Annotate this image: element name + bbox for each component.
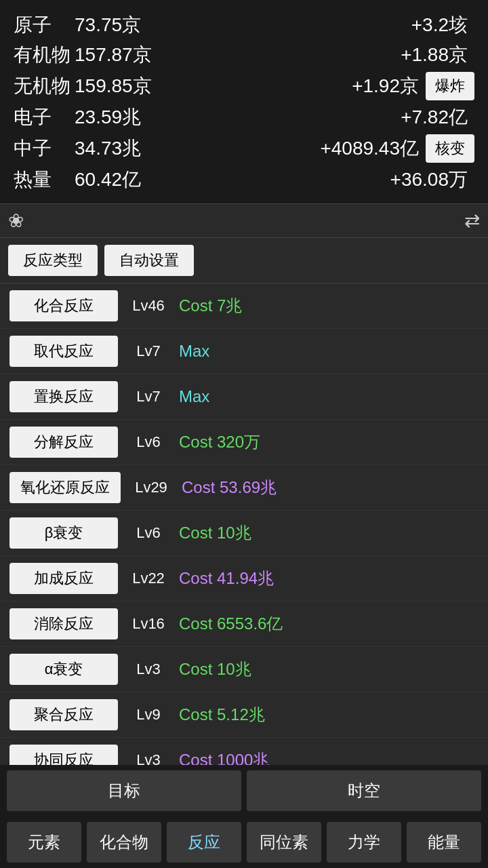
tab-row: 反应类型 自动设置 — [0, 238, 488, 283]
reaction-cost: Cost 320万 — [179, 431, 479, 453]
reaction-row: 置换反应Lv7Max — [0, 374, 488, 420]
bottom-nav-button[interactable]: 化合物 — [87, 822, 161, 863]
reaction-cost: Cost 10兆 — [179, 658, 479, 680]
stats-row: 无机物159.85京+1.92京爆炸 — [14, 72, 474, 100]
flower-icon: ❀ — [8, 210, 24, 232]
bottom-nav: 目标时空 元素化合物反应同位素力学能量 — [0, 765, 488, 868]
reaction-level: Lv7 — [125, 342, 172, 360]
reaction-row: 聚合反应Lv9Cost 5.12兆 — [0, 692, 488, 738]
stats-label: 原子 — [14, 12, 75, 38]
reaction-row: 化合反应Lv46Cost 7兆 — [0, 283, 488, 329]
stats-label: 热量 — [14, 167, 75, 193]
bottom-nav-button[interactable]: 时空 — [247, 770, 481, 811]
reaction-row: 加成反应Lv22Cost 41.94兆 — [0, 556, 488, 601]
reaction-level: Lv6 — [125, 524, 172, 542]
reaction-cost: Max — [179, 342, 479, 361]
reaction-button[interactable]: 聚合反应 — [9, 699, 118, 730]
stats-label: 中子 — [14, 136, 75, 161]
reaction-button[interactable]: 置换反应 — [9, 381, 118, 412]
reaction-row: β衰变Lv6Cost 10兆 — [0, 511, 488, 556]
bottom-nav-button[interactable]: 目标 — [7, 770, 241, 811]
stats-row: 电子23.59兆+7.82亿 — [14, 104, 474, 130]
reaction-button[interactable]: 加成反应 — [9, 563, 118, 594]
reaction-row: 取代反应Lv7Max — [0, 329, 488, 374]
bottom-nav-button[interactable]: 反应 — [167, 822, 241, 863]
stats-delta: +7.82亿 — [210, 104, 474, 130]
reaction-level: Lv7 — [125, 388, 172, 406]
tab-reaction-type[interactable]: 反应类型 — [8, 245, 98, 276]
stats-row: 热量60.42亿+36.08万 — [14, 167, 474, 193]
reaction-cost: Cost 10兆 — [179, 522, 479, 544]
stats-delta: +1.92京 — [210, 73, 426, 99]
bottom-row-1: 目标时空 — [0, 765, 488, 816]
reaction-button[interactable]: 氧化还原反应 — [9, 472, 121, 503]
stats-value: 73.75京 — [75, 12, 210, 38]
bottom-nav-button[interactable]: 元素 — [7, 822, 81, 863]
reaction-level: Lv22 — [125, 570, 172, 587]
stats-row: 中子34.73兆+4089.43亿核变 — [14, 134, 474, 163]
stats-value: 157.87京 — [75, 42, 210, 68]
reaction-level: Lv46 — [125, 297, 172, 315]
shuffle-icon[interactable]: ⇄ — [464, 210, 480, 232]
bottom-row-2: 元素化合物反应同位素力学能量 — [0, 816, 488, 868]
reaction-button[interactable]: 消除反应 — [9, 608, 118, 639]
reaction-row: 消除反应Lv16Cost 6553.6亿 — [0, 601, 488, 647]
reaction-cost: Cost 53.69兆 — [182, 477, 479, 498]
reaction-level: Lv16 — [125, 615, 172, 633]
reaction-cost: Cost 41.94兆 — [179, 568, 479, 589]
reaction-button[interactable]: 分解反应 — [9, 427, 118, 458]
reaction-level: Lv6 — [125, 433, 172, 451]
stats-delta: +1.88京 — [210, 42, 474, 68]
reaction-button[interactable]: α衰变 — [9, 654, 118, 685]
stats-label: 有机物 — [14, 42, 75, 68]
reaction-button[interactable]: β衰变 — [9, 517, 118, 549]
bottom-nav-button[interactable]: 同位素 — [247, 822, 321, 863]
stats-section: 原子73.75京+3.2垓有机物157.87京+1.88京无机物159.85京+… — [0, 0, 488, 203]
reaction-list: 化合反应Lv46Cost 7兆取代反应Lv7Max置换反应Lv7Max分解反应L… — [0, 283, 488, 783]
reaction-row: 分解反应Lv6Cost 320万 — [0, 420, 488, 465]
reaction-cost: Cost 6553.6亿 — [179, 613, 479, 635]
reaction-button[interactable]: 化合反应 — [9, 290, 118, 321]
stats-delta: +3.2垓 — [210, 12, 474, 38]
reaction-cost: Max — [179, 387, 479, 406]
reaction-level: Lv9 — [125, 706, 172, 724]
reaction-row: α衰变Lv3Cost 10兆 — [0, 647, 488, 692]
stats-label: 电子 — [14, 104, 75, 130]
stats-row: 原子73.75京+3.2垓 — [14, 12, 474, 38]
stats-label: 无机物 — [14, 73, 75, 99]
stats-action-button[interactable]: 核变 — [426, 134, 474, 163]
reaction-row: 氧化还原反应Lv29Cost 53.69兆 — [0, 465, 488, 511]
stats-value: 159.85京 — [75, 73, 210, 99]
reaction-level: Lv29 — [127, 479, 175, 496]
reaction-level: Lv3 — [125, 660, 172, 678]
bottom-nav-button[interactable]: 能量 — [407, 822, 481, 863]
stats-action-button[interactable]: 爆炸 — [426, 72, 474, 100]
stats-value: 23.59兆 — [75, 104, 210, 130]
stats-delta: +4089.43亿 — [210, 136, 426, 161]
toolbar: ❀ ⇄ — [0, 203, 488, 238]
reaction-cost: Cost 5.12兆 — [179, 704, 479, 726]
stats-row: 有机物157.87京+1.88京 — [14, 42, 474, 68]
stats-value: 60.42亿 — [75, 167, 210, 193]
tab-auto-settings[interactable]: 自动设置 — [104, 245, 194, 276]
reaction-button[interactable]: 取代反应 — [9, 336, 118, 367]
bottom-nav-button[interactable]: 力学 — [327, 822, 401, 863]
reaction-cost: Cost 7兆 — [179, 295, 479, 317]
stats-delta: +36.08万 — [210, 167, 474, 193]
stats-value: 34.73兆 — [75, 136, 210, 161]
